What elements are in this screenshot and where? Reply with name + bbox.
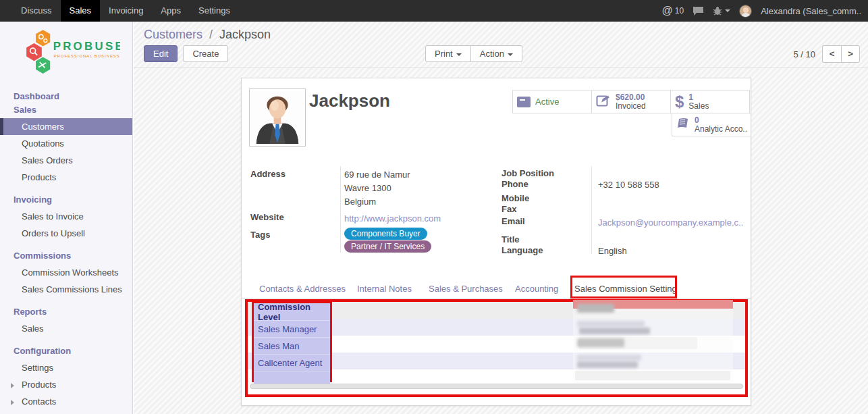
breadcrumb-current: Jackpson	[219, 28, 271, 41]
print-dropdown-button[interactable]: Print	[425, 45, 471, 62]
sidebar-heading-invoicing[interactable]: Invoicing	[0, 191, 132, 208]
commission-row-empty[interactable]	[254, 371, 330, 384]
sidebar: PROBUSE PROFESSIONAL BUSINESS Dashboard …	[0, 22, 133, 414]
sidebar-item-products[interactable]: Products	[0, 169, 132, 186]
tab-sales-purchases[interactable]: Sales & Purchases	[429, 284, 503, 294]
book-icon	[676, 118, 690, 132]
sidebar-item-config-contacts[interactable]: Contacts	[0, 393, 132, 410]
sidebar-item-quotations[interactable]: Quotations	[0, 135, 132, 152]
sidebar-heading-configuration[interactable]: Configuration	[0, 342, 132, 359]
sidebar-item-settings[interactable]: Settings	[0, 359, 132, 376]
mentions-counter[interactable]: @ 10	[662, 5, 684, 17]
address-line-3: Belgium	[344, 197, 376, 207]
sidebar-item-customers[interactable]: Customers	[0, 118, 132, 135]
menu-apps[interactable]: Apps	[152, 0, 190, 22]
annotation-box-active-tab	[570, 276, 677, 299]
fax-label: Fax	[501, 204, 516, 214]
title-label: Title	[501, 234, 520, 244]
language-label: Language	[501, 245, 543, 255]
probuse-logo: PROBUSE PROFESSIONAL BUSINESS	[0, 22, 132, 88]
active-stat-button[interactable]: Active	[512, 90, 592, 113]
sidebar-item-commission-worksheets[interactable]: Commission Worksheets	[0, 264, 132, 281]
redacted-cell	[577, 361, 638, 368]
pager-next-button[interactable]: >	[841, 45, 860, 63]
invoiced-amount: $620.00	[616, 93, 646, 102]
invoiced-stat-button[interactable]: $620.00 Invoiced	[591, 90, 671, 113]
action-dropdown-button[interactable]: Action	[471, 45, 522, 62]
breadcrumb-separator: /	[209, 28, 213, 41]
menu-invoicing[interactable]: Invoicing	[100, 0, 152, 22]
sidebar-item-reports-sales[interactable]: Sales	[0, 320, 132, 337]
user-avatar[interactable]	[739, 5, 752, 18]
at-icon: @	[662, 5, 673, 17]
user-name[interactable]: Alexandra (Sales_comm..	[761, 6, 861, 16]
chat-bubble-icon[interactable]	[693, 6, 704, 16]
tab-contacts-addresses[interactable]: Contacts & Addresses	[259, 284, 346, 294]
edit-button[interactable]: Edit	[144, 45, 178, 62]
sidebar-item-sales-commissions-lines[interactable]: Sales Commissions Lines	[0, 281, 132, 298]
sidebar-heading-dashboard[interactable]: Dashboard	[0, 88, 132, 105]
sidebar-item-sales-orders[interactable]: Sales Orders	[0, 152, 132, 169]
tag-partner-it-services[interactable]: Partner / IT Services	[344, 240, 431, 253]
annotation-box-commission-column: Commission Level Sales Manager Sales Man…	[252, 301, 332, 382]
main-area: Customers / Jackpson Edit Create Print A…	[134, 22, 868, 414]
sidebar-item-sales-to-invoice[interactable]: Sales to Invoice	[0, 208, 132, 225]
create-button[interactable]: Create	[183, 45, 228, 62]
edit-pencil-icon	[596, 94, 611, 110]
email-link[interactable]: Jackpson@yourcompany.example.c..	[598, 217, 743, 228]
job-position-label: Job Position	[501, 168, 554, 178]
commission-row-sales-man[interactable]: Sales Man	[254, 338, 330, 355]
debug-bug-icon[interactable]	[713, 6, 730, 16]
address-line-2: Wavre 1300	[344, 183, 391, 193]
sidebar-heading-commissions[interactable]: Commissions	[0, 247, 132, 264]
sidebar-item-sales-teams[interactable]: Sales Teams	[0, 410, 132, 414]
stat-button-box: Active $620.00 Invoiced $ 1 Sal	[512, 90, 752, 136]
tag-components-buyer[interactable]: Components Buyer	[344, 228, 427, 240]
archive-box-icon	[517, 97, 531, 107]
customer-form-sheet: Jackpson Active $620.00 Invoiced	[241, 78, 751, 406]
invoiced-label: Invoiced	[616, 102, 646, 111]
commission-row-sales-manager[interactable]: Sales Manager	[254, 321, 330, 338]
website-link[interactable]: http://www.jackpson.com	[344, 213, 441, 224]
sales-stat-button[interactable]: $ 1 Sales	[670, 90, 750, 113]
redacted-cell	[577, 338, 624, 347]
phone-label: Phone	[501, 179, 528, 189]
tab-accounting[interactable]: Accounting	[515, 284, 558, 294]
menu-settings[interactable]: Settings	[190, 0, 239, 22]
sidebar-item-config-products[interactable]: Products	[0, 376, 132, 393]
address-label: Address	[250, 169, 286, 179]
mobile-label: Mobile	[501, 193, 529, 203]
right-fields-separator	[591, 166, 592, 254]
language-value: English	[598, 246, 627, 256]
breadcrumb-customers-link[interactable]: Customers	[144, 28, 202, 41]
analytic-label: Analytic Acco...	[695, 125, 747, 134]
sidebar-item-orders-to-upsell[interactable]: Orders to Upsell	[0, 225, 132, 242]
sidebar-heading-sales[interactable]: Sales	[0, 105, 132, 118]
debug-caret-icon	[725, 9, 730, 12]
analytic-stat-button[interactable]: 0 Analytic Acco...	[672, 113, 751, 136]
pager-previous-button[interactable]: <	[822, 45, 841, 63]
sidebar-heading-reports[interactable]: Reports	[0, 303, 132, 320]
customer-name-title: Jackpson	[309, 90, 390, 111]
commission-row-callcenter-agent[interactable]: Callcenter Agent	[254, 355, 330, 371]
logo-text: PROBUSE	[53, 40, 120, 53]
phone-value: +32 10 588 558	[598, 180, 659, 190]
address-line-1: 69 rue de Namur	[344, 170, 410, 180]
website-label: Website	[250, 212, 284, 222]
menu-sales[interactable]: Sales	[61, 0, 101, 22]
redacted-cell	[577, 304, 614, 313]
menu-discuss[interactable]: Discuss	[12, 0, 61, 22]
tab-internal-notes[interactable]: Internal Notes	[357, 284, 412, 294]
sales-count: 1	[688, 93, 709, 102]
record-pager: 5 / 10 < >	[793, 45, 860, 63]
top-bar: Discuss Sales Invoicing Apps Settings @ …	[0, 0, 868, 22]
mentions-count: 10	[675, 6, 684, 16]
commission-level-header[interactable]: Commission Level	[254, 303, 330, 321]
left-fields-separator	[340, 166, 341, 253]
customer-photo[interactable]	[249, 88, 306, 147]
action-caret-icon	[508, 53, 513, 56]
dollar-icon: $	[675, 93, 684, 111]
control-panel-divider	[134, 68, 868, 68]
redacted-cell	[575, 371, 730, 380]
tags-label: Tags	[250, 230, 270, 240]
